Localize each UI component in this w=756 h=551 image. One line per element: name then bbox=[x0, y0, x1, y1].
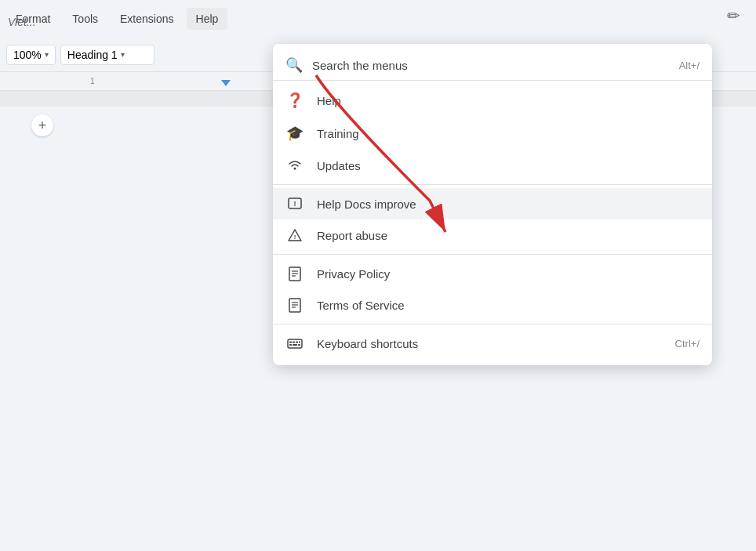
menu-item-keyboard-shortcuts-label: Keyboard shortcuts bbox=[317, 337, 418, 350]
keyboard-shortcuts-icon bbox=[285, 335, 304, 351]
svg-rect-15 bbox=[296, 342, 298, 343]
menu-item-terms-of-service-label: Terms of Service bbox=[317, 299, 405, 312]
svg-rect-13 bbox=[289, 342, 292, 343]
menu-item-training[interactable]: 🎓 Training bbox=[273, 117, 712, 150]
menu-search-row[interactable]: 🔍 Search the menus Alt+/ bbox=[273, 50, 712, 81]
separator-2 bbox=[273, 254, 712, 255]
training-icon: 🎓 bbox=[285, 125, 304, 142]
menu-item-help-docs-improve-label: Help Docs improve bbox=[317, 198, 416, 211]
privacy-policy-icon bbox=[285, 266, 304, 281]
report-abuse-icon: ! bbox=[285, 227, 304, 243]
menu-item-report-abuse[interactable]: ! Report abuse bbox=[273, 219, 712, 251]
add-content-button[interactable]: + bbox=[31, 114, 53, 136]
menu-item-help[interactable]: ❓ Help bbox=[273, 84, 712, 117]
help-dropdown-menu: 🔍 Search the menus Alt+/ ❓ Help 🎓 Traini… bbox=[273, 44, 712, 365]
menu-bar: Format Tools Extensions Help bbox=[0, 0, 756, 38]
search-icon: 🔍 bbox=[285, 56, 303, 74]
separator-1 bbox=[273, 184, 712, 185]
zoom-value: 100% bbox=[13, 49, 42, 61]
menu-item-privacy-policy-label: Privacy Policy bbox=[317, 267, 390, 281]
menu-item-report-abuse-label: Report abuse bbox=[317, 229, 387, 242]
svg-rect-16 bbox=[289, 344, 292, 346]
svg-rect-18 bbox=[299, 342, 300, 343]
ruler-triangle bbox=[221, 80, 231, 86]
heading-selector[interactable]: Heading 1 ▾ bbox=[60, 45, 154, 65]
help-docs-improve-icon: ! bbox=[285, 196, 304, 212]
search-shortcut: Alt+/ bbox=[679, 60, 700, 71]
menu-item-training-label: Training bbox=[317, 127, 359, 140]
menu-item-help-docs-improve[interactable]: ! Help Docs improve bbox=[273, 188, 712, 219]
ruler-mark-1: 1 bbox=[90, 77, 95, 85]
edit-icon[interactable]: ✏ bbox=[727, 6, 740, 25]
menu-item-updates[interactable]: Updates bbox=[273, 150, 712, 181]
menu-item-help-label: Help bbox=[317, 94, 341, 107]
svg-text:!: ! bbox=[294, 234, 296, 241]
menu-item-terms-of-service[interactable]: Terms of Service bbox=[273, 289, 712, 321]
menu-extensions[interactable]: Extensions bbox=[111, 8, 183, 30]
heading-value: Heading 1 bbox=[67, 49, 118, 61]
keyboard-shortcuts-shortcut: Ctrl+/ bbox=[675, 338, 700, 350]
separator-3 bbox=[273, 324, 712, 324]
menu-item-privacy-policy[interactable]: Privacy Policy bbox=[273, 258, 712, 289]
updates-icon bbox=[285, 158, 304, 173]
doc-text-preview: Viet... bbox=[8, 16, 36, 28]
help-icon: ❓ bbox=[285, 92, 304, 109]
zoom-arrow: ▾ bbox=[45, 50, 49, 59]
svg-text:!: ! bbox=[294, 200, 296, 208]
svg-rect-12 bbox=[288, 339, 302, 348]
svg-rect-14 bbox=[293, 342, 295, 343]
svg-rect-17 bbox=[293, 344, 297, 346]
menu-tools[interactable]: Tools bbox=[63, 8, 107, 30]
zoom-selector[interactable]: 100% ▾ bbox=[6, 45, 56, 65]
menu-item-keyboard-shortcuts[interactable]: Keyboard shortcuts Ctrl+/ bbox=[273, 328, 712, 359]
terms-of-service-icon bbox=[285, 297, 304, 313]
menu-item-updates-label: Updates bbox=[317, 159, 361, 172]
search-menu-text: Search the menus bbox=[312, 59, 670, 72]
heading-arrow: ▾ bbox=[121, 50, 125, 59]
menu-help[interactable]: Help bbox=[187, 8, 228, 30]
svg-rect-19 bbox=[298, 344, 300, 346]
doc-left-margin: + bbox=[0, 91, 102, 114]
svg-point-0 bbox=[294, 168, 296, 170]
